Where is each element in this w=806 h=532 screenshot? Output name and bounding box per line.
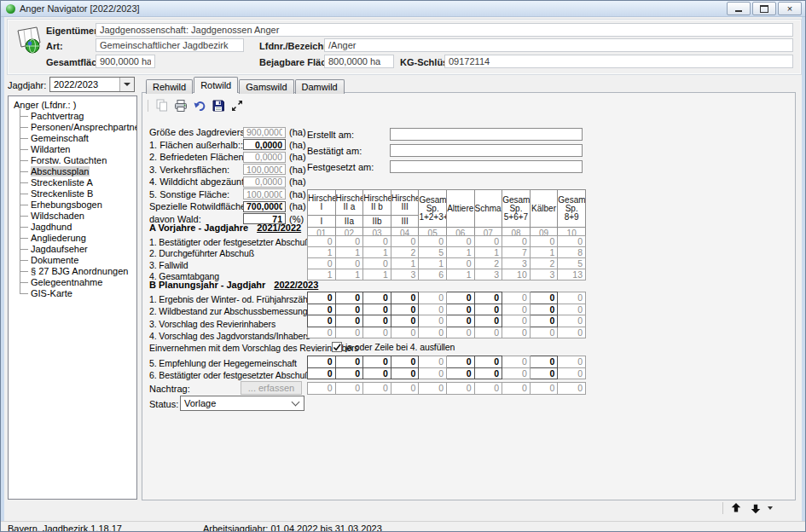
plan-cell[interactable]: 0 (474, 292, 502, 304)
plan-cell[interactable]: 0 (308, 315, 336, 327)
undo-icon[interactable] (193, 99, 206, 113)
art-input[interactable] (96, 38, 244, 52)
kg-schluessel-input[interactable] (444, 55, 793, 68)
tree-item[interactable]: Forstw. Gutachten (16, 155, 136, 166)
date-label: Erstellt am: (307, 128, 390, 144)
plan-cell[interactable]: 0 (363, 367, 391, 379)
gesamtflaeche-input[interactable] (96, 55, 155, 68)
tree-item[interactable]: Dokumente (16, 255, 136, 266)
print-icon[interactable] (174, 99, 188, 113)
field-input[interactable] (243, 201, 286, 212)
plan-cell[interactable]: 0 (363, 304, 391, 315)
plan-cell[interactable]: 0 (391, 315, 419, 327)
plan-cell[interactable]: 0 (474, 304, 502, 315)
copy-icon[interactable] (155, 99, 169, 113)
bejagbare-flaeche-input[interactable] (324, 55, 394, 68)
plan-cell[interactable]: 0 (530, 315, 558, 327)
close-button[interactable]: × (778, 2, 802, 15)
plan-cell[interactable]: 0 (391, 356, 419, 368)
tree-item[interactable]: Angliederung (16, 233, 136, 244)
minimize-button[interactable] (727, 2, 751, 15)
tree-item[interactable]: § 27 BJG Anordnungen (16, 266, 136, 277)
plan-cell[interactable]: 0 (474, 356, 502, 368)
save-icon[interactable] (212, 99, 225, 113)
tree-item[interactable]: Gelegeentnahme (16, 277, 136, 288)
section-b-year-link[interactable]: 2022/2023 (274, 280, 318, 290)
field-input[interactable] (243, 139, 286, 150)
tree-item[interactable]: Jagdhund (16, 222, 136, 233)
titlebar: Anger Navigator [2022/2023] × (1, 1, 805, 17)
plan-cell[interactable]: 0 (363, 356, 391, 368)
plan-cell[interactable]: 0 (474, 367, 502, 379)
plan-cell[interactable]: 0 (335, 367, 363, 379)
tree-item[interactable]: Personen/Ansprechpartner (16, 122, 136, 133)
maximize-button[interactable] (752, 2, 776, 15)
nachtrag-erfassen-button[interactable]: ... erfassen (241, 381, 302, 395)
previous-record-button[interactable] (728, 501, 745, 515)
date-input[interactable] (390, 128, 583, 141)
combo-dropdown-button[interactable] (119, 78, 134, 91)
plan-cell[interactable]: 0 (446, 315, 474, 327)
plan-cell[interactable]: 0 (308, 304, 336, 315)
field-row: 5. Sonstige Fläche:(ha) (149, 188, 306, 201)
plan-cell[interactable]: 0 (474, 315, 502, 327)
tree-item[interactable]: Wildschaden (16, 211, 136, 222)
plan-cell[interactable]: 0 (391, 304, 419, 315)
tab-gamswild[interactable]: Gamswild (239, 79, 293, 94)
toolbar-overflow-icon[interactable] (768, 506, 773, 510)
plan-cell: 0 (446, 258, 474, 269)
plan-cell[interactable]: 0 (308, 356, 336, 368)
tree-item[interactable]: Pachtvertrag (16, 111, 136, 122)
tree-item[interactable]: Gemeinschaft (16, 133, 136, 144)
plan-cell[interactable]: 0 (446, 367, 474, 379)
navigation-tree: Anger (Lfdnr.: ) PachtvertragPersonen/An… (8, 95, 137, 500)
plan-cell[interactable]: 0 (530, 367, 558, 379)
section-a-year-link[interactable]: 2021/2022 (257, 223, 301, 233)
plan-cell[interactable]: 0 (335, 315, 363, 327)
einvernehmen-checkbox[interactable] (332, 342, 342, 352)
plan-cell[interactable]: 0 (363, 292, 391, 304)
tab-rehwild[interactable]: Rehwild (146, 79, 193, 94)
plan-cell[interactable]: 0 (308, 367, 336, 379)
app-icon (6, 4, 15, 14)
status-combobox[interactable]: Vorlage (180, 396, 304, 411)
tree-item[interactable]: Jagdaufseher (16, 244, 136, 255)
plan-cell[interactable]: 0 (363, 315, 391, 327)
plan-cell[interactable]: 0 (530, 292, 558, 304)
tab-rotwild[interactable]: Rotwild (194, 77, 238, 93)
tree-item[interactable]: Abschussplan (16, 166, 136, 177)
plan-cell[interactable]: 0 (335, 356, 363, 368)
plan-cell: 1 (308, 269, 336, 280)
tab-damwild[interactable]: Damwild (295, 79, 345, 94)
column-header: Gesamt Sp. 8+9 (558, 190, 586, 228)
plan-cell[interactable]: 0 (446, 304, 474, 315)
date-input[interactable] (390, 160, 583, 173)
eigentuemer-input[interactable] (96, 23, 793, 37)
plan-cell: 0 (474, 383, 502, 395)
plan-cell[interactable]: 0 (530, 356, 558, 368)
tree-item[interactable]: Erhebungsbogen (16, 200, 136, 211)
window-frame (1, 16, 4, 532)
plan-cell[interactable]: 0 (391, 367, 419, 379)
plan-cell: 2 (474, 258, 502, 269)
tree-item[interactable]: Wildarten (16, 144, 136, 155)
plan-cell[interactable]: 0 (530, 304, 558, 315)
tree-item[interactable]: Streckenliste A (16, 177, 136, 188)
plan-cell[interactable]: 0 (446, 356, 474, 368)
next-record-button[interactable] (747, 501, 764, 515)
date-input[interactable] (390, 144, 583, 157)
tree-root[interactable]: Anger (Lfdnr.: ) (12, 100, 136, 111)
tree-item[interactable]: GIS-Karte (16, 288, 136, 299)
jagdjahr-combobox[interactable]: 2022/2023 (49, 77, 135, 92)
row-label: 5. Empfehlung der Hegegemeinschaft (149, 357, 310, 369)
plan-cell[interactable]: 0 (335, 292, 363, 304)
date-label: Festgesetzt am: (307, 160, 390, 176)
plan-cell[interactable]: 0 (335, 304, 363, 315)
plan-cell[interactable]: 0 (308, 292, 336, 304)
plan-cell: 3 (502, 258, 531, 269)
lfdnr-input[interactable] (324, 38, 793, 52)
tree-item[interactable]: Streckenliste B (16, 188, 136, 200)
plan-cell[interactable]: 0 (391, 292, 419, 304)
plan-cell[interactable]: 0 (446, 292, 474, 304)
expand-icon[interactable] (230, 99, 244, 113)
